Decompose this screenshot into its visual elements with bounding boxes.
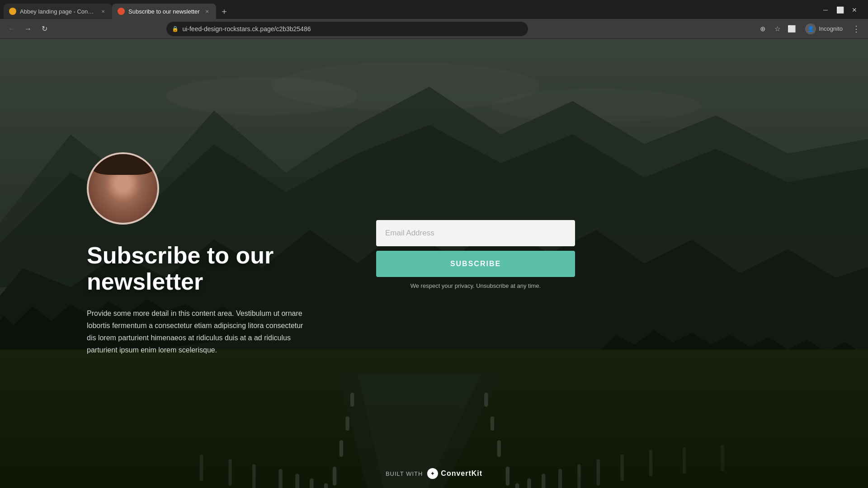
tab-close-subscribe[interactable]: ✕ bbox=[203, 8, 211, 15]
tab-title-subscribe: Subscribe to our newsletter bbox=[128, 8, 200, 15]
incognito-avatar: 👤 bbox=[805, 23, 816, 34]
tab-favicon-abbey bbox=[9, 8, 16, 15]
browser-frame: Abbey landing page - ConvertKit ✕ Subscr… bbox=[0, 0, 868, 488]
url-bar[interactable]: 🔒 ui-feed-design-rockstars.ck.page/c2b3b… bbox=[166, 22, 528, 36]
incognito-label: Incognito bbox=[819, 25, 843, 32]
avatar-container bbox=[87, 152, 159, 225]
page-footer: BUILT WITH ✦ ConvertKit bbox=[386, 468, 482, 479]
window-controls: ─ ⬜ ✕ bbox=[819, 4, 861, 16]
tab-subscribe[interactable]: Subscribe to our newsletter ✕ bbox=[112, 4, 216, 19]
forward-button[interactable]: → bbox=[22, 23, 34, 35]
incognito-button[interactable]: 👤 Incognito bbox=[800, 22, 848, 36]
right-section: SUBSCRIBE We respect your privacy. Unsub… bbox=[376, 220, 575, 289]
main-heading: Subscribe to our newsletter bbox=[87, 243, 322, 294]
email-input[interactable] bbox=[376, 220, 575, 246]
extensions-icon[interactable]: ⊕ bbox=[756, 23, 769, 35]
convertkit-logo: ✦ ConvertKit bbox=[427, 468, 482, 479]
subscribe-button[interactable]: SUBSCRIBE bbox=[376, 251, 575, 277]
bookmark-icon[interactable]: ☆ bbox=[771, 23, 783, 35]
left-section: Subscribe to our newsletter Provide some… bbox=[87, 152, 322, 356]
new-tab-button[interactable]: ＋ bbox=[218, 5, 231, 18]
tab-expand-area: ─ ⬜ ✕ bbox=[819, 4, 864, 18]
avatar-image bbox=[89, 154, 157, 223]
convertkit-icon: ✦ bbox=[427, 468, 438, 479]
lock-icon: 🔒 bbox=[172, 26, 179, 32]
heading-line2: newsletter bbox=[87, 268, 203, 295]
tab-title-abbey: Abbey landing page - ConvertKit bbox=[20, 8, 96, 15]
privacy-note: We respect your privacy. Unsubscribe at … bbox=[376, 282, 575, 289]
close-button[interactable]: ✕ bbox=[848, 4, 861, 16]
browser-menu-button[interactable]: ⋮ bbox=[850, 23, 863, 35]
page-content: Subscribe to our newsletter Provide some… bbox=[0, 39, 868, 488]
back-button[interactable]: ← bbox=[5, 23, 18, 35]
content-wrapper: Subscribe to our newsletter Provide some… bbox=[0, 39, 868, 488]
address-bar: ← → ↻ 🔒 ui-feed-design-rockstars.ck.page… bbox=[0, 19, 868, 39]
toolbar-icons: ⊕ ☆ ⬜ 👤 Incognito ⋮ bbox=[756, 22, 863, 36]
url-text: ui-feed-design-rockstars.ck.page/c2b3b25… bbox=[182, 25, 523, 33]
profile-icon[interactable]: ⬜ bbox=[785, 23, 798, 35]
minimize-button[interactable]: ─ bbox=[819, 4, 832, 16]
tab-abbey[interactable]: Abbey landing page - ConvertKit ✕ bbox=[4, 4, 112, 19]
tab-favicon-subscribe bbox=[118, 8, 125, 15]
tab-bar: Abbey landing page - ConvertKit ✕ Subscr… bbox=[0, 0, 868, 19]
convertkit-brand: ConvertKit bbox=[441, 469, 482, 478]
reload-button[interactable]: ↻ bbox=[38, 23, 51, 35]
built-with-label: BUILT WITH bbox=[386, 470, 423, 477]
heading-line1: Subscribe to our bbox=[87, 242, 274, 268]
maximize-button[interactable]: ⬜ bbox=[834, 4, 846, 16]
description-text: Provide some more detail in this content… bbox=[87, 307, 304, 357]
tab-close-abbey[interactable]: ✕ bbox=[99, 8, 107, 15]
